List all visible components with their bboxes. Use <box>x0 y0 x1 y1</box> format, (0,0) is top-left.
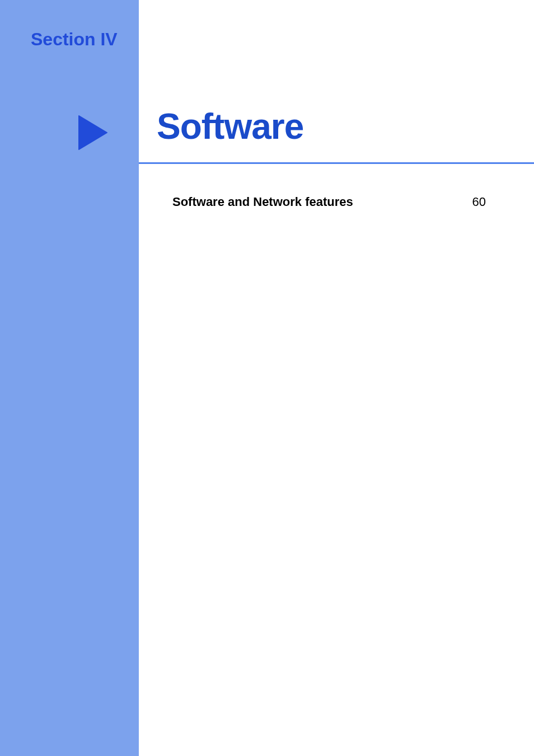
section-label: Section IV <box>31 29 118 50</box>
page: Section IV Software Software and Network… <box>0 0 534 756</box>
page-title: Software <box>157 106 303 147</box>
title-underline <box>139 162 534 164</box>
triangle-right-icon <box>76 113 110 154</box>
toc-entry-page: 60 <box>472 195 486 209</box>
toc-entry[interactable]: Software and Network features 60 <box>172 195 486 209</box>
svg-marker-0 <box>79 116 107 149</box>
toc-entry-label: Software and Network features <box>172 195 353 209</box>
sidebar <box>0 0 139 756</box>
